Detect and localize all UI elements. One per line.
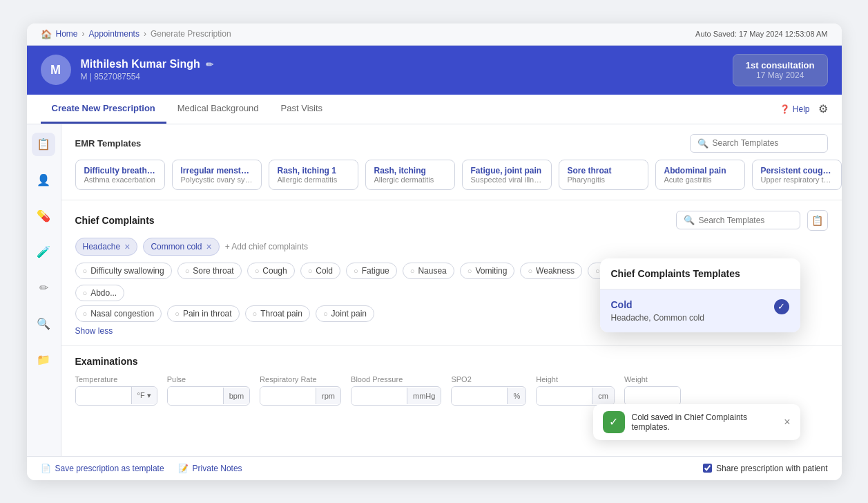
- suggestion-vomiting[interactable]: ○ Vomiting: [460, 263, 515, 279]
- exam-bp-input[interactable]: [351, 387, 407, 405]
- template-card-5[interactable]: Fatigue, joint pain Suspected viral illn…: [462, 160, 552, 190]
- suggestion-sore-throat[interactable]: ○ Sore throat: [177, 263, 242, 279]
- exam-temperature-label: Temperature: [75, 375, 157, 383]
- consultation-line2: 17 May 2024: [746, 70, 815, 80]
- exam-bp-unit: mmHg: [407, 388, 441, 404]
- emr-templates-label: EMR Templates: [75, 138, 142, 149]
- suggestion-cough[interactable]: ○ Cough: [247, 263, 295, 279]
- suggestion-weakness[interactable]: ○ Weakness: [520, 263, 581, 279]
- breadcrumb-home[interactable]: Home: [56, 29, 78, 39]
- exam-bp-label: Blood Pressure: [351, 375, 441, 383]
- exam-respiratory-label: Respiratory Rate: [260, 375, 341, 383]
- selected-tags-row: Headache × Common cold × + Add chief com…: [75, 238, 828, 256]
- templates-panel: Chief Complaints Templates Cold Headache…: [600, 258, 800, 332]
- sidebar-icon-search[interactable]: 🔍: [32, 312, 55, 336]
- tab-create-prescription[interactable]: Create New Prescription: [41, 95, 166, 124]
- template-card-2[interactable]: Irregular menstru... Polycystic ovary sy…: [172, 160, 262, 190]
- tag-common-cold-remove[interactable]: ×: [206, 241, 211, 252]
- avatar: M: [41, 55, 71, 85]
- complaints-search-input[interactable]: [699, 216, 793, 225]
- sidebar-icon-prescription[interactable]: 📋: [32, 133, 55, 156]
- complaints-search-box[interactable]: 🔍: [676, 211, 800, 229]
- exam-pulse-unit: bpm: [223, 388, 249, 404]
- exam-weight-label: Weight: [624, 375, 681, 383]
- bottom-bar: 📄 Save prescription as template 📝 Privat…: [27, 456, 842, 480]
- help-link[interactable]: ❓ Help: [780, 104, 810, 114]
- private-notes-link[interactable]: 📝 Private Notes: [178, 464, 242, 473]
- template-card-1[interactable]: Difficulty breathing... Asthma exacerbat…: [75, 160, 165, 190]
- share-checkbox[interactable]: [703, 464, 712, 473]
- tab-past-visits[interactable]: Past Visits: [270, 95, 334, 124]
- template-icon-btn[interactable]: 📋: [807, 210, 828, 231]
- sidebar-icon-lab[interactable]: 🧪: [32, 240, 55, 264]
- sidebar-icon-medicine[interactable]: 💊: [32, 205, 55, 228]
- toast-message: Cold saved in Chief Complaints templates…: [632, 412, 778, 432]
- sidebar-icon-folder[interactable]: 📁: [32, 348, 55, 372]
- tag-headache-label: Headache: [83, 242, 121, 252]
- template-card-6[interactable]: Sore throat Pharyngitis: [559, 160, 648, 190]
- suggestion-nausea[interactable]: ○ Nausea: [403, 263, 454, 279]
- tab-actions: ❓ Help ⚙: [780, 102, 828, 115]
- settings-icon[interactable]: ⚙: [818, 102, 828, 115]
- exam-height-unit: cm: [592, 388, 614, 404]
- exam-weight-input[interactable]: [625, 387, 680, 405]
- suggestion-throat-pain[interactable]: ○ Throat pain: [245, 305, 310, 322]
- suggestion-difficulty-swallowing[interactable]: ○ Difficulty swallowing: [75, 263, 172, 279]
- patient-info: Mithilesh Kumar Singh ✏ M | 8527087554: [81, 58, 723, 82]
- complaints-tools: 🔍 📋: [676, 210, 828, 231]
- emr-search-input[interactable]: [713, 138, 820, 148]
- exam-spo2-unit: %: [507, 388, 525, 404]
- suggestion-nasal[interactable]: ○ Nasal congestion: [75, 305, 162, 322]
- exam-respiratory-input[interactable]: [260, 387, 316, 405]
- patient-header: M Mithilesh Kumar Singh ✏ M | 8527087554…: [27, 46, 842, 95]
- toast-notification: ✓ Cold saved in Chief Complaints templat…: [593, 404, 800, 440]
- toast-close-btn[interactable]: ×: [784, 416, 790, 428]
- tab-medical-background[interactable]: Medical Background: [166, 95, 270, 124]
- suggestion-fatigue[interactable]: ○ Fatigue: [346, 263, 397, 279]
- examinations-title: Examinations: [75, 356, 828, 367]
- patient-name: Mithilesh Kumar Singh ✏: [81, 58, 723, 70]
- suggestion-abdo[interactable]: ○ Abdo...: [75, 285, 125, 301]
- private-notes-icon: 📝: [178, 464, 189, 473]
- exam-temperature-input[interactable]: [76, 387, 131, 405]
- breadcrumb: 🏠 Home › Appointments › Generate Prescri…: [27, 23, 842, 46]
- consultation-line1: 1st consultation: [746, 60, 815, 70]
- template-card-4[interactable]: Rash, itching Allergic dermatitis: [365, 160, 455, 190]
- exam-height-label: Height: [536, 375, 615, 383]
- template-card-7[interactable]: Abdominal pain Acute gastritis: [655, 160, 745, 190]
- exam-weight: Weight: [624, 375, 681, 406]
- emr-search-box[interactable]: 🔍: [690, 134, 828, 153]
- add-complaint-btn[interactable]: + Add chief complaints: [225, 238, 308, 256]
- suggestion-pain-throat[interactable]: ○ Pain in throat: [167, 305, 239, 322]
- exam-bp: Blood Pressure mmHg: [351, 375, 441, 406]
- exam-respiratory-unit: rpm: [316, 388, 340, 404]
- chief-complaints-title: Chief Complaints: [75, 215, 155, 226]
- search-icon-sm: 🔍: [684, 215, 695, 225]
- home-icon: 🏠: [41, 29, 52, 39]
- exam-spo2: SPO2 %: [451, 375, 526, 406]
- sidebar-icon-notes[interactable]: ✏: [32, 276, 55, 300]
- search-icon: 🔍: [697, 138, 708, 149]
- breadcrumb-appointments[interactable]: Appointments: [89, 29, 139, 39]
- exam-fields-row: Temperature °F ▾ Pulse bpm: [75, 375, 828, 406]
- tag-common-cold-label: Common cold: [151, 242, 202, 252]
- templates-carousel: Difficulty breathing... Asthma exacerbat…: [75, 160, 828, 190]
- save-template-link[interactable]: 📄 Save prescription as template: [41, 464, 164, 473]
- edit-icon[interactable]: ✏: [206, 59, 213, 70]
- exam-spo2-input[interactable]: [452, 387, 507, 405]
- panel-item-cold[interactable]: Cold Headache, Common cold ✓: [600, 290, 800, 332]
- panel-item-cold-sub: Headache, Common cold: [611, 313, 704, 323]
- exam-height-input[interactable]: [537, 387, 592, 405]
- suggestion-joint-pain[interactable]: ○ Joint pain: [316, 305, 374, 322]
- question-icon: ❓: [780, 104, 790, 114]
- exam-temperature: Temperature °F ▾: [75, 375, 157, 406]
- sidebar-icon-patient[interactable]: 👤: [32, 169, 55, 192]
- panel-item-check: ✓: [774, 299, 789, 314]
- suggestion-cold[interactable]: ○ Cold: [300, 263, 340, 279]
- emr-templates-section: EMR Templates 🔍 Difficulty breathing... …: [61, 124, 842, 200]
- template-card-8[interactable]: Persistent cough .... Upper respiratory …: [752, 160, 842, 190]
- exam-pulse-input[interactable]: [168, 387, 223, 405]
- tag-headache-remove[interactable]: ×: [124, 241, 130, 252]
- template-card-3[interactable]: Rash, itching 1 Allergic dermatitis: [269, 160, 358, 190]
- exam-temperature-unit[interactable]: °F ▾: [131, 387, 157, 404]
